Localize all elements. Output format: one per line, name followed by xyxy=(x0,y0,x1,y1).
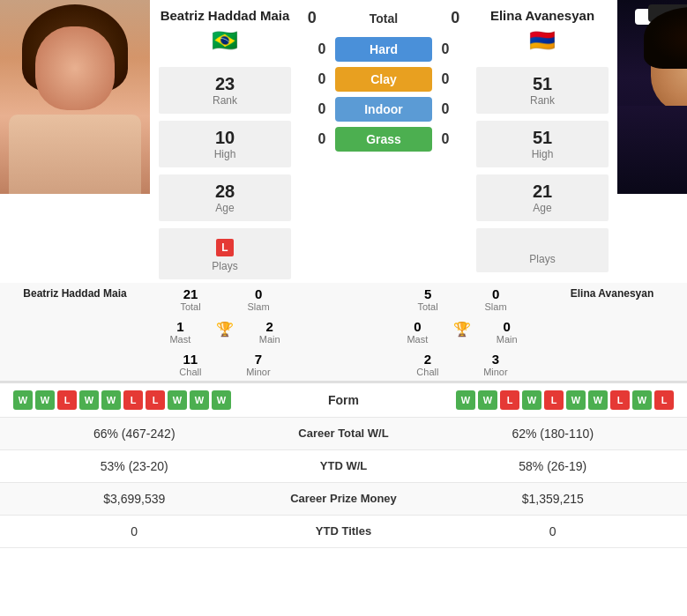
right-plays-label: Plays xyxy=(483,253,601,265)
right-high-value: 51 xyxy=(483,128,601,148)
right-rank-box: 51 Rank xyxy=(476,67,609,114)
form-badge-l: L xyxy=(146,390,165,410)
ytd-wl-row: 53% (23-20) YTD W/L 58% (26-19) xyxy=(0,450,687,483)
right-mast-lbl: Mast xyxy=(407,334,428,345)
right-chall-minor: 2 Chall 3 Minor xyxy=(387,348,537,381)
grass-left-score: 0 xyxy=(309,131,335,147)
bottom-section: WWLWWLLWWW Form WWLWLWWLWL 66% (467-242)… xyxy=(0,382,687,548)
form-badge-w: W xyxy=(588,390,608,410)
right-main-num: 0 xyxy=(497,319,518,334)
left-high-value: 10 xyxy=(166,128,284,148)
right-mast-main: 0 Mast 🏆 0 Main xyxy=(387,315,537,348)
right-age-label: Age xyxy=(483,202,601,214)
left-age-label: Age xyxy=(166,202,284,214)
form-badge-l: L xyxy=(544,390,564,410)
left-ytd-wl: 53% (23-20) xyxy=(13,459,256,473)
ytd-titles-label: YTD Titles xyxy=(256,524,432,538)
left-chall-lbl: Chall xyxy=(179,367,201,377)
ytd-wl-label: YTD W/L xyxy=(256,459,432,472)
surface-section: 0 Hard 0 0 Clay 0 0 Indoor 0 xyxy=(300,32,467,157)
center-stats: 0 Total 0 0 Hard 0 0 Clay 0 xyxy=(300,0,467,283)
left-player-photo xyxy=(0,0,150,194)
clay-badge: Clay xyxy=(335,67,432,92)
form-badge-w: W xyxy=(79,390,99,410)
left-mast-lbl: Mast xyxy=(169,334,190,345)
form-badge-l: L xyxy=(123,390,143,410)
left-mast-item: 1 Mast xyxy=(169,319,190,345)
left-chall-minor: 11 Chall 7 Minor xyxy=(150,348,300,381)
right-trophy-icon: 🏆 xyxy=(453,319,471,345)
left-total-slam: 21 Total 0 Slam xyxy=(150,283,300,315)
total-label: Total xyxy=(370,11,398,26)
left-main-item: 2 Main xyxy=(259,319,280,345)
surface-row-indoor: 0 Indoor 0 xyxy=(309,97,459,122)
form-badge-w: W xyxy=(101,390,121,410)
form-badge-l: L xyxy=(500,390,519,410)
left-total-lbl: Total xyxy=(180,301,200,312)
surface-row-clay: 0 Clay 0 xyxy=(309,67,459,92)
right-total-lbl: Total xyxy=(417,301,437,312)
left-total-num: 21 xyxy=(180,286,200,301)
left-ytd-titles: 0 xyxy=(13,524,256,538)
ytd-titles-row: 0 YTD Titles 0 xyxy=(0,516,687,548)
right-mast-num: 0 xyxy=(407,319,428,334)
left-total-item: 21 Total xyxy=(180,286,200,312)
indoor-left-score: 0 xyxy=(309,101,335,117)
form-badge-w: W xyxy=(522,390,541,410)
form-badge-w: W xyxy=(478,390,497,410)
names-stats-row: Beatriz Haddad Maia 21 Total 0 Slam 1 Ma… xyxy=(0,283,687,382)
left-minor-item: 7 Minor xyxy=(246,352,271,377)
right-ytd-wl: 58% (26-19) xyxy=(432,459,675,473)
left-player-flag: 🇧🇷 xyxy=(154,28,295,53)
right-age-value: 21 xyxy=(483,182,601,202)
form-badge-l: L xyxy=(610,390,630,410)
career-wl-row: 66% (467-242) Career Total W/L 62% (180-… xyxy=(0,418,687,450)
form-badge-w: W xyxy=(190,390,209,410)
left-rank-box: 23 Rank xyxy=(159,67,291,114)
form-badge-w: W xyxy=(168,390,187,410)
left-chall-num: 11 xyxy=(179,352,201,367)
right-form: WWLWLWWLWL xyxy=(410,390,675,410)
right-total-item: 5 Total xyxy=(417,286,437,312)
right-age-box: 21 Age xyxy=(476,174,609,221)
right-player-flag: 🇦🇲 xyxy=(472,28,613,53)
left-total-score: 0 xyxy=(308,9,317,27)
left-slam-num: 0 xyxy=(248,286,270,301)
right-player-photo xyxy=(617,0,687,194)
hard-badge: Hard xyxy=(335,37,432,62)
left-plays-badge: L xyxy=(216,239,234,256)
form-badge-l: L xyxy=(57,390,77,410)
clay-right-score: 0 xyxy=(432,71,459,87)
right-total-score: 0 xyxy=(451,9,459,27)
grass-badge: Grass xyxy=(335,127,432,152)
left-main-lbl: Main xyxy=(259,334,280,345)
left-age-value: 28 xyxy=(166,182,284,202)
hard-right-score: 0 xyxy=(432,41,459,57)
right-player-name: Elina Avanesyan xyxy=(472,7,613,25)
center-spacer xyxy=(300,283,387,381)
form-row: WWLWWLLWWW Form WWLWLWWLWL xyxy=(0,383,687,418)
right-slam-num: 0 xyxy=(485,286,507,301)
form-badge-w: W xyxy=(13,390,33,410)
total-row: 0 Total 0 xyxy=(300,0,467,32)
left-slam-item: 0 Slam xyxy=(248,286,270,312)
indoor-badge: Indoor xyxy=(335,97,432,122)
left-minor-lbl: Minor xyxy=(246,367,271,377)
left-player-name: Beatriz Haddad Maia xyxy=(154,7,295,25)
left-slam-lbl: Slam xyxy=(248,301,270,312)
left-high-label: High xyxy=(166,148,284,160)
left-prize: $3,699,539 xyxy=(13,492,256,506)
left-mast-num: 1 xyxy=(169,319,190,334)
career-wl-label: Career Total W/L xyxy=(256,427,432,440)
right-main-lbl: Main xyxy=(497,334,518,345)
right-slam-lbl: Slam xyxy=(485,301,507,312)
main-container: Beatriz Haddad Maia 🇧🇷 23 Rank 10 High 2… xyxy=(0,0,687,548)
form-badge-w: W xyxy=(566,390,586,410)
surface-row-hard: 0 Hard 0 xyxy=(309,37,459,62)
clay-left-score: 0 xyxy=(309,71,335,87)
right-plays-box: Plays xyxy=(476,228,609,272)
right-minor-num: 3 xyxy=(483,352,508,367)
right-prize: $1,359,215 xyxy=(432,492,675,506)
hard-left-score: 0 xyxy=(309,41,335,57)
left-age-box: 28 Age xyxy=(159,174,291,221)
